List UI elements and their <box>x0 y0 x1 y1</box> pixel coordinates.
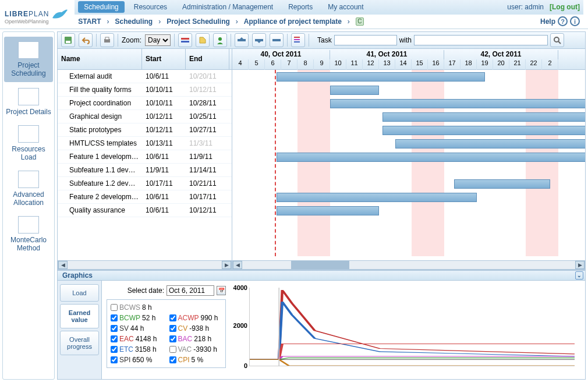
menu-tab[interactable]: Scheduling <box>78 1 124 13</box>
ev-checkbox[interactable] <box>169 335 176 342</box>
ev-checkbox[interactable] <box>169 325 176 332</box>
help-icon[interactable]: ? <box>558 16 568 26</box>
with-input[interactable] <box>414 35 548 45</box>
gantt-bar[interactable] <box>382 126 585 135</box>
table-row[interactable]: Fill the quality forms10/10/1110/12/11 <box>58 83 232 97</box>
ev-checkbox[interactable] <box>111 314 118 321</box>
ev-checkbox[interactable] <box>111 346 118 353</box>
ev-checkbox[interactable] <box>169 346 176 353</box>
sidenav-item[interactable]: Project Details <box>3 83 54 121</box>
sidenav-icon <box>18 88 39 105</box>
zoom-select[interactable]: Day <box>145 34 171 46</box>
gantt-bar[interactable] <box>382 112 585 122</box>
day-header: 14 <box>395 59 412 70</box>
ev-tab[interactable]: Earned value <box>60 304 99 328</box>
table-row[interactable]: Feature 2 developmen10/6/1110/17/11 <box>58 190 232 204</box>
crumb-flag[interactable]: C <box>356 17 364 26</box>
table-row[interactable]: HMTL/CSS templates10/13/1111/3/11 <box>58 137 232 150</box>
gantt-chart[interactable]: 40, Oct 201141, Oct 201142, Oct 20114567… <box>232 49 585 270</box>
crumb-start[interactable]: START <box>78 17 101 26</box>
crumb-link[interactable]: Scheduling <box>115 17 153 26</box>
print-icon[interactable] <box>100 33 114 47</box>
chevron-down-icon[interactable]: ⌄ <box>575 271 583 280</box>
gantt-bar[interactable] <box>277 193 477 202</box>
scroll-right-icon[interactable]: ▶ <box>222 261 231 269</box>
scroll-right-icon[interactable]: ▶ <box>575 261 585 269</box>
sidenav-item[interactable]: Resources Load <box>3 121 54 166</box>
menu-tab[interactable]: Reports <box>282 1 318 13</box>
table-row[interactable]: Static prototypes10/12/1110/27/11 <box>58 123 232 137</box>
level-icon[interactable] <box>270 33 284 47</box>
ev-checkbox[interactable] <box>111 335 118 342</box>
date-input[interactable] <box>167 285 214 296</box>
ev-checkbox[interactable] <box>169 356 176 363</box>
table-row[interactable]: Project coordination10/10/1110/28/11 <box>58 97 232 110</box>
gantt-bar[interactable] <box>454 179 550 189</box>
gantt-bar[interactable] <box>330 86 379 95</box>
table-row[interactable]: Feature 1 development10/6/1111/9/11 <box>58 150 232 164</box>
ev-tab[interactable]: Overall progress <box>60 331 99 355</box>
crumb-link[interactable]: Appliance of project template <box>244 17 342 26</box>
help-area: Help ? i <box>540 16 580 26</box>
scroll-thumb[interactable] <box>291 261 349 269</box>
table-row[interactable]: External audit10/6/1110/20/11 <box>58 70 232 83</box>
day-header: 21 <box>509 59 526 70</box>
ev-tab[interactable]: Load <box>60 284 99 302</box>
gantt-bar[interactable] <box>395 139 585 148</box>
ev-checkbox[interactable] <box>111 356 118 363</box>
day-header: 10 <box>330 59 346 70</box>
sidenav-item[interactable]: MonteCarlo Method <box>3 211 54 257</box>
svg-rect-8 <box>255 39 263 41</box>
gantt-bar[interactable] <box>330 99 585 108</box>
sidenav-icon <box>18 216 39 234</box>
gantt-bar[interactable] <box>277 153 585 162</box>
search-icon[interactable] <box>550 33 564 47</box>
scroll-left-icon[interactable]: ◀ <box>58 261 68 269</box>
col-start[interactable]: Start <box>142 49 186 69</box>
table-row[interactable]: Subfeature 1.1 development11/9/1111/14/1… <box>58 164 232 177</box>
collapse-icon[interactable] <box>252 33 266 47</box>
crumb-link[interactable]: Project Scheduling <box>167 17 230 26</box>
ev-checkbox[interactable] <box>111 325 118 332</box>
with-label: with <box>399 36 412 44</box>
menu-tab[interactable]: My account <box>322 1 369 13</box>
scroll-left-icon[interactable]: ◀ <box>233 261 242 269</box>
task-input[interactable] <box>334 35 397 45</box>
col-name[interactable]: Name <box>58 49 142 69</box>
table-row[interactable]: Quality assurance10/6/1110/12/11 <box>58 204 232 217</box>
logout-link[interactable]: [Log out] <box>550 3 580 11</box>
table-hscroll[interactable]: ◀ ▶ <box>58 260 232 270</box>
sidenav-item[interactable]: Advanced Allocation <box>3 166 54 211</box>
toolbar: Zoom: Day Task with <box>57 31 586 49</box>
svg-line-14 <box>558 41 561 44</box>
ev-checkbox[interactable] <box>111 304 118 311</box>
gantt-bar[interactable] <box>277 206 379 215</box>
select-date-label: Select date: <box>127 286 164 295</box>
graphics-header[interactable]: Graphics ⌄ <box>57 270 586 281</box>
multi-bars-icon[interactable] <box>291 33 305 47</box>
day-header: 15 <box>412 59 428 70</box>
menu-tab[interactable]: Administration / Management <box>176 1 279 13</box>
col-end[interactable]: End <box>186 49 229 69</box>
ev-metric: SPI 650 % <box>111 356 164 364</box>
gantt-hscroll[interactable]: ◀ ▶ <box>232 260 585 270</box>
table-row[interactable]: Graphical design10/12/1110/25/11 <box>58 110 232 123</box>
sidenav-item[interactable]: Project Scheduling <box>4 37 53 82</box>
ev-metric: CPI 5 % <box>169 356 222 364</box>
weekend-col <box>542 70 558 256</box>
undo-icon[interactable] <box>79 33 93 47</box>
table-row[interactable]: Subfeature 1.2 development10/17/1110/21/… <box>58 177 232 190</box>
person-icon[interactable] <box>213 33 227 47</box>
weekend-col <box>314 70 330 256</box>
gantt-bar[interactable] <box>277 72 485 82</box>
expand-icon[interactable] <box>235 33 249 47</box>
menu-tab[interactable]: Resources <box>128 1 173 13</box>
week-header: 42, Oct 2011 <box>444 50 558 59</box>
calendar-icon[interactable]: 📅 <box>217 286 226 295</box>
ev-checkbox[interactable] <box>169 314 176 321</box>
tag-icon[interactable] <box>196 33 210 47</box>
save-icon[interactable] <box>61 33 75 47</box>
day-header: 22 <box>526 59 542 70</box>
bars1-icon[interactable] <box>178 33 192 47</box>
info-icon[interactable]: i <box>570 16 580 26</box>
